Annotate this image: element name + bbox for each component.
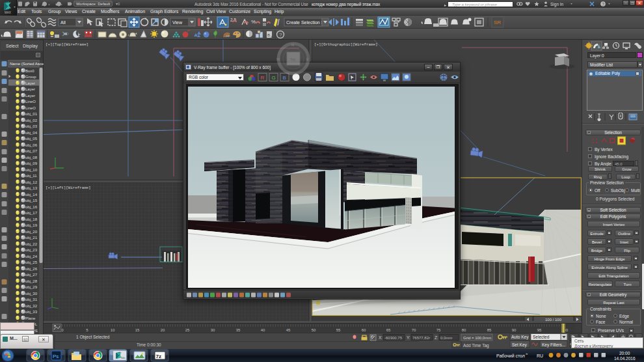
svg-text:7z: 7z: [156, 354, 161, 359]
svg-text:»: »: [526, 352, 528, 355]
svg-text:65: 65: [386, 328, 391, 332]
svg-text:obj_32: obj_32: [25, 304, 38, 308]
svg-text:[+][Left][Wireframe]: [+][Left][Wireframe]: [46, 186, 91, 190]
svg-text:Group: Group: [25, 75, 36, 79]
svg-text:obj_02: obj_02: [25, 118, 38, 122]
svg-text:obj_18: obj_18: [25, 217, 38, 221]
svg-text:obj_33: obj_33: [25, 310, 38, 314]
svg-text:100 / 100: 100 / 100: [545, 318, 562, 321]
svg-text:[+][Orthographic][Wireframe]: [+][Orthographic][Wireframe]: [314, 42, 377, 47]
svg-text:70: 70: [412, 328, 416, 332]
svg-text:14.04.2016: 14.04.2016: [614, 356, 636, 361]
svg-text:-60300,75: -60300,75: [384, 336, 403, 340]
svg-text:76577,82r: 76577,82r: [412, 336, 430, 340]
svg-text:obj_19: obj_19: [25, 223, 38, 227]
svg-text:SR: SR: [494, 20, 501, 25]
svg-text:Name (Sorted Asce: Name (Sorted Asce: [10, 62, 44, 66]
svg-text:obj_06: obj_06: [25, 143, 38, 147]
svg-text:obj_16: obj_16: [25, 205, 38, 209]
svg-text:obj_24: obj_24: [25, 255, 38, 258]
svg-text:20: 20: [161, 328, 165, 332]
svg-text:obj_23: obj_23: [25, 248, 38, 252]
svg-text:Layer: Layer: [25, 87, 35, 91]
svg-text:80: 80: [462, 328, 466, 332]
svg-text:55: 55: [336, 328, 341, 332]
svg-text:obj_25: obj_25: [25, 260, 38, 264]
svg-text:Layer: Layer: [25, 81, 35, 85]
svg-text:G: G: [272, 75, 276, 81]
svg-text:Y:: Y:: [407, 335, 410, 340]
svg-text:40: 40: [261, 328, 265, 332]
svg-text:45: 45: [286, 328, 291, 332]
svg-text:B: B: [283, 75, 286, 81]
svg-text:obj_01: obj_01: [25, 112, 38, 116]
svg-text:R: R: [261, 75, 265, 81]
svg-text:obj_31: obj_31: [25, 298, 38, 301]
svg-text:20:00: 20:00: [619, 351, 630, 355]
svg-text:LineO: LineO: [25, 100, 36, 104]
svg-text:[+][Top][Wireframe]: [+][Top][Wireframe]: [46, 42, 88, 47]
svg-text:90: 90: [512, 328, 517, 332]
svg-text:obj_12: obj_12: [25, 180, 38, 184]
svg-text:Layer: Layer: [25, 94, 35, 98]
svg-text:3ds: 3ds: [121, 356, 125, 359]
svg-text:Selected: Selected: [533, 335, 550, 339]
svg-text:95: 95: [537, 328, 542, 332]
svg-text:85: 85: [487, 328, 492, 332]
svg-text:obj_17: obj_17: [25, 211, 38, 215]
svg-text:obj_26: obj_26: [25, 267, 38, 271]
svg-text:obj_27: obj_27: [25, 273, 38, 277]
svg-text:Grid = 100,0mm: Grid = 100,0mm: [463, 336, 491, 340]
svg-text:Create Selection Se: Create Selection Se: [286, 20, 327, 25]
svg-text:obj_20: obj_20: [25, 230, 38, 234]
svg-text:obj_13: obj_13: [25, 186, 38, 190]
svg-text:Sign In: Sign In: [550, 2, 564, 7]
svg-text:obj_22: obj_22: [25, 242, 38, 246]
svg-text:Add Time Tag: Add Time Tag: [463, 343, 489, 348]
svg-text:All: All: [60, 20, 66, 25]
svg-text:obj_14: obj_14: [25, 193, 38, 197]
svg-text:?: ?: [279, 32, 282, 38]
svg-text:15: 15: [135, 328, 140, 332]
svg-text:10: 10: [111, 328, 115, 332]
svg-text:Plane: Plane: [25, 316, 36, 320]
svg-text:Auto Key: Auto Key: [511, 335, 529, 340]
svg-text:%: %: [251, 19, 256, 25]
svg-text:25: 25: [185, 328, 190, 332]
svg-text:Key Filters...: Key Filters...: [542, 342, 565, 348]
svg-text:30: 30: [211, 328, 215, 332]
svg-text:50: 50: [312, 328, 316, 332]
svg-text:obj_03: obj_03: [25, 124, 38, 128]
svg-text:obj_05: obj_05: [25, 137, 38, 141]
svg-text:obj_15: obj_15: [25, 199, 38, 202]
svg-text:obj_11: obj_11: [25, 174, 37, 178]
svg-text:Box0: Box0: [25, 69, 34, 73]
svg-text:obj_09: obj_09: [25, 161, 38, 165]
svg-text:75: 75: [436, 328, 441, 332]
svg-text:B: B: [267, 33, 270, 37]
svg-text:obj_30: obj_30: [25, 292, 38, 296]
svg-text:obj_28: obj_28: [25, 279, 38, 283]
svg-text:35: 35: [236, 328, 241, 332]
svg-text:60: 60: [362, 328, 366, 332]
svg-text:obj_21: obj_21: [25, 236, 38, 240]
svg-text:Ps: Ps: [53, 354, 59, 359]
svg-text:MAX: MAX: [5, 11, 11, 14]
svg-text:Рабочий стол: Рабочий стол: [496, 354, 525, 358]
svg-text:Z:: Z:: [435, 335, 438, 340]
svg-text:RU: RU: [537, 354, 543, 358]
svg-text:obj_10: obj_10: [25, 168, 38, 172]
svg-text:3: 3: [271, 35, 273, 38]
svg-text:LineO: LineO: [25, 106, 36, 110]
svg-text:View: View: [172, 20, 183, 25]
svg-text:obj_08: obj_08: [25, 156, 38, 160]
svg-text:?: ?: [602, 2, 604, 7]
svg-text:X:: X:: [379, 335, 382, 340]
svg-text:obj_04: obj_04: [25, 131, 38, 135]
svg-text:HF: HF: [226, 35, 230, 38]
svg-text:obj_29: obj_29: [25, 285, 38, 289]
svg-text:0,0mm: 0,0mm: [440, 336, 452, 340]
svg-text:Set Key: Set Key: [512, 342, 528, 348]
svg-text:obj_07: obj_07: [25, 149, 38, 153]
